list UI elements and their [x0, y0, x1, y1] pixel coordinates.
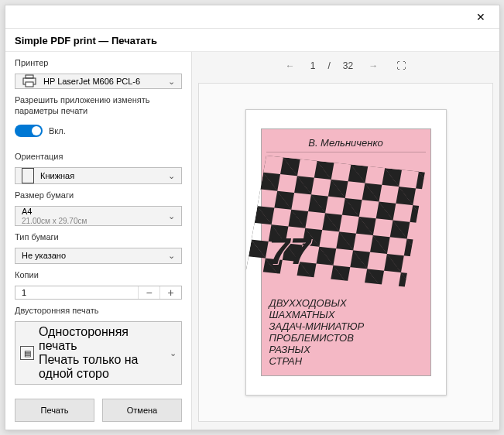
single-page-icon: ▤	[20, 346, 34, 360]
paper-type-select[interactable]: Не указано ⌄	[15, 248, 182, 263]
cover-number: 77	[269, 230, 310, 272]
cover-art: 77	[266, 156, 426, 295]
allow-apps-toggle[interactable]	[15, 125, 43, 137]
cover-line: РАЗНЫХ	[269, 344, 424, 356]
orientation-select[interactable]: Книжная ⌄	[15, 167, 182, 184]
copies-increment[interactable]: +	[159, 286, 181, 299]
orientation-value: Книжная	[40, 171, 74, 180]
dialog-title: Simple PDF print — Печатать	[5, 29, 499, 52]
paper-size-select[interactable]: A4 21.00см x 29.70см ⌄	[15, 206, 182, 226]
cover-line: ЗАДАЧ-МИНИАТЮР	[269, 321, 424, 333]
prev-page-button[interactable]: ←	[283, 60, 298, 71]
copies-stepper: − +	[15, 286, 182, 300]
copies-label: Копии	[15, 270, 182, 279]
fit-page-button[interactable]: ⛶	[393, 60, 409, 71]
close-icon: ✕	[476, 11, 485, 23]
cover-line: ШАХМАТНЫХ	[269, 310, 424, 321]
titlebar: ✕	[5, 5, 499, 29]
dialog-body: Принтер HP LaserJet M606 PCL-6 ⌄ Разреши…	[5, 52, 499, 430]
paper-type-value: Не указано	[22, 251, 66, 260]
page-total: 32	[343, 60, 353, 71]
book-cover: В. Мельниченко 77 ДВУХХОДОВЫХ ШАХМАТНЫХ …	[261, 128, 431, 376]
paper-size-value: A4	[22, 207, 87, 216]
allow-apps-label: Разрешить приложению изменять параметры …	[15, 95, 182, 117]
copies-decrement[interactable]: −	[138, 286, 159, 299]
paper-type-label: Тип бумаги	[15, 232, 182, 241]
portrait-icon	[22, 168, 34, 183]
printer-value: HP LaserJet M606 PCL-6	[43, 77, 140, 86]
paper-size-label: Размер бумаги	[15, 190, 182, 200]
close-button[interactable]: ✕	[468, 6, 493, 28]
cover-author: В. Мельниченко	[266, 134, 426, 152]
preview-panel: ← 1 / 32 → ⛶ В. Мельниченко 77 Д	[191, 52, 499, 430]
copies-input[interactable]	[15, 288, 138, 297]
chevron-down-icon: ⌄	[168, 77, 175, 87]
svg-rect-0	[26, 75, 33, 78]
page-current: 1	[310, 60, 316, 71]
cover-line: ПРОБЛЕМИСТОВ	[269, 333, 424, 344]
cover-subtitle: ДВУХХОДОВЫХ ШАХМАТНЫХ ЗАДАЧ-МИНИАТЮР ПРО…	[266, 295, 426, 371]
settings-panel: Принтер HP LaserJet M606 PCL-6 ⌄ Разреши…	[5, 52, 191, 430]
print-dialog: ✕ Simple PDF print — Печатать Принтер HP…	[5, 5, 500, 430]
duplex-sub: Печать только на одной сторо	[39, 353, 165, 381]
chevron-down-icon: ⌄	[168, 211, 175, 221]
printer-select[interactable]: HP LaserJet M606 PCL-6 ⌄	[15, 74, 182, 89]
preview-page: В. Мельниченко 77 ДВУХХОДОВЫХ ШАХМАТНЫХ …	[245, 109, 447, 396]
print-button[interactable]: Печать	[15, 399, 94, 422]
duplex-label: Двусторонняя печать	[15, 306, 182, 315]
printer-icon	[22, 74, 37, 88]
cover-line: СТРАН	[269, 356, 424, 368]
chevron-down-icon: ⌄	[170, 348, 177, 358]
next-page-button[interactable]: →	[365, 60, 381, 71]
orientation-label: Ориентация	[15, 152, 182, 161]
svg-rect-2	[26, 82, 33, 87]
preview-toolbar: ← 1 / 32 → ⛶	[192, 52, 499, 80]
toggle-state-label: Вкл.	[49, 126, 66, 135]
duplex-value: Односторонняя печать	[39, 325, 165, 353]
page-separator: /	[327, 60, 330, 71]
paper-size-dimensions: 21.00см x 29.70см	[22, 217, 87, 225]
printer-label: Принтер	[15, 58, 182, 67]
chevron-down-icon: ⌄	[168, 251, 175, 261]
preview-area: В. Мельниченко 77 ДВУХХОДОВЫХ ШАХМАТНЫХ …	[198, 83, 493, 422]
duplex-select[interactable]: ▤ Односторонняя печать Печать только на …	[15, 321, 182, 385]
cancel-button[interactable]: Отмена	[102, 399, 182, 422]
chevron-down-icon: ⌄	[168, 171, 175, 181]
cover-line: ДВУХХОДОВЫХ	[269, 298, 424, 310]
